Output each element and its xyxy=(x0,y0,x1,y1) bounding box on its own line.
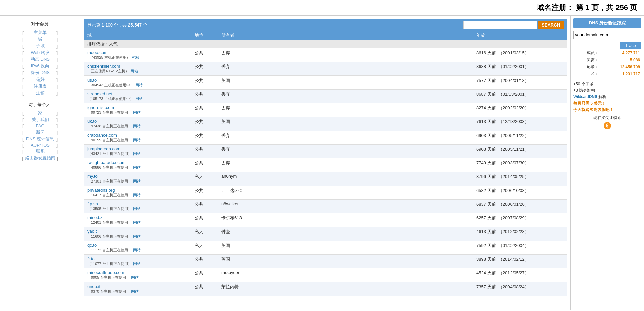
sidebar-item-register[interactable]: [ 注册表 ] xyxy=(0,83,80,90)
location-cell: 公共 xyxy=(195,119,221,125)
sidebar-link-home[interactable]: 家 xyxy=(25,110,55,116)
age-cell: 3898 天前 （2014/02/12） xyxy=(476,256,564,262)
domain-link[interactable]: strangled.net xyxy=(87,91,112,96)
owner-cell: 英国 xyxy=(221,256,476,262)
sidebar-item-web-forward[interactable]: [ Web 转发 ] xyxy=(0,49,80,56)
site-link[interactable]: 网站 xyxy=(133,138,141,142)
age-cell: 7577 天前 （2004/01/18） xyxy=(476,77,564,84)
owner-cell: 丢弃 xyxy=(221,133,476,139)
sidebar-item-main-menu[interactable]: [ 主菜单 ] xyxy=(0,29,80,36)
sidebar-link-contact[interactable]: 联系 xyxy=(25,148,55,154)
sidebar-link-dns-stats[interactable]: DNS 统计信息 xyxy=(25,136,55,142)
domain-link[interactable]: jumpingcrab.com xyxy=(87,146,120,151)
domain-link[interactable]: privatedns.org xyxy=(87,188,115,193)
sidebar-item-domain[interactable]: [ 域 ] xyxy=(0,36,80,43)
domain-sub: （99723 台主机正在使用）网站 xyxy=(87,110,195,115)
site-link[interactable]: 网站 xyxy=(133,110,141,114)
site-link[interactable]: 网站 xyxy=(131,55,139,59)
sidebar-link-about[interactable]: 关于我们 xyxy=(25,117,55,123)
sidebar-item-preference[interactable]: [ 偏好 ] xyxy=(0,76,80,83)
domain-link[interactable]: qc.to xyxy=(87,243,97,248)
domain-link[interactable]: my.to xyxy=(87,174,98,179)
sidebar-item-dns-stats[interactable]: [ DNS 统计信息 ] xyxy=(0,136,80,142)
col-header-owner: 所有者 xyxy=(221,32,476,38)
domain-link[interactable]: fr.to xyxy=(87,256,95,261)
promo-line[interactable]: 今天就购买高级版吧！ xyxy=(573,107,641,113)
search-input[interactable] xyxy=(463,21,537,29)
sidebar-item-dynamic-dns[interactable]: [ 动态 DNS ] xyxy=(0,56,80,63)
location-cell: 公共 xyxy=(195,215,221,221)
domain-link[interactable]: ignorelist.com xyxy=(87,105,114,110)
sidebar-item-about[interactable]: [ 关于我们 ] xyxy=(0,116,80,123)
promo-line[interactable]: 每月只需 5 美元！ xyxy=(573,100,641,107)
age-cell: 8688 天前 （01/02/2001） xyxy=(476,64,564,70)
sidebar-item-logout[interactable]: [ 注销 ] xyxy=(0,90,80,96)
site-link[interactable]: 网站 xyxy=(135,97,143,101)
sidebar-link-domain[interactable]: 域 xyxy=(25,36,55,42)
owner-cell: n8walker xyxy=(221,201,476,206)
site-link[interactable]: 网站 xyxy=(133,152,141,156)
domain-link[interactable]: minecraftnoob.com xyxy=(87,270,124,275)
owner-cell: 英国 xyxy=(221,119,476,125)
site-link[interactable]: 网站 xyxy=(130,69,138,73)
domain-link[interactable]: undo.it xyxy=(87,284,100,289)
site-link[interactable]: 网站 xyxy=(131,289,139,293)
domain-sub: （11077 台主机正在使用）网站 xyxy=(87,261,195,266)
domain-sub: （304543 主机正在使用中）网站 xyxy=(87,83,195,88)
sidebar-item-subdomain[interactable]: [ 子域 ] xyxy=(0,43,80,49)
sidebar-link-router-guide[interactable]: 路由器设置指南 xyxy=(25,155,55,161)
sidebar-item-backup-dns[interactable]: [ 备份 DNS ] xyxy=(0,69,80,76)
sidebar-link-faq[interactable]: FAQ xyxy=(25,123,55,128)
site-link[interactable]: 网站 xyxy=(135,83,143,87)
site-link[interactable]: 网站 xyxy=(133,165,141,169)
sidebar-item-home[interactable]: [ 家 ] xyxy=(0,110,80,116)
sidebar-item-faq[interactable]: [ FAQ ] xyxy=(0,123,80,129)
domain-link[interactable]: mine.bz xyxy=(87,215,103,220)
sidebar-link-news[interactable]: 新闻 xyxy=(25,129,55,135)
site-link[interactable]: 网站 xyxy=(133,262,141,266)
sidebar-item-ipv6[interactable]: [ IPv6 反向 ] xyxy=(0,63,80,69)
sidebar-link-web-forward[interactable]: Web 转发 xyxy=(25,50,55,56)
sidebar-link-ipv6[interactable]: IPv6 反向 xyxy=(25,63,55,69)
sidebar-link-main-menu[interactable]: 主菜单 xyxy=(25,30,55,36)
sidebar-item-aup[interactable]: [ AUP/TOS ] xyxy=(0,142,80,148)
sidebar-link-logout[interactable]: 注销 xyxy=(25,90,55,96)
sidebar-item-contact[interactable]: [ 联系 ] xyxy=(0,148,80,155)
site-link[interactable]: 网站 xyxy=(133,193,141,197)
domain-link[interactable]: mooo.com xyxy=(87,50,108,55)
domain-link[interactable]: chickenkiller.com xyxy=(87,64,120,69)
domain-link[interactable]: us.to xyxy=(87,77,97,83)
sidebar-item-news[interactable]: [ 新闻 ] xyxy=(0,129,80,136)
sidebar-link-subdomain[interactable]: 子域 xyxy=(25,43,55,49)
col-header-domain: 域 xyxy=(87,32,195,38)
owner-cell: 丢弃 xyxy=(221,64,476,70)
sidebar-link-aup[interactable]: AUP/TOS xyxy=(25,143,55,148)
domain-link[interactable]: crabdance.com xyxy=(87,133,117,138)
table-row: ignorelist.com （99723 台主机正在使用）网站 公共 丢弃 8… xyxy=(84,103,567,117)
site-link[interactable]: 网站 xyxy=(131,275,139,279)
domain-link[interactable]: ftp.sh xyxy=(87,201,98,206)
domain-link[interactable]: twilightparadox.com xyxy=(87,160,126,165)
domain-sub: （40886 台主机正在使用）网站 xyxy=(87,165,195,170)
stats-row: 成员： 4,277,711 xyxy=(573,49,641,56)
sidebar-link-register[interactable]: 注册表 xyxy=(25,83,55,89)
trace-button[interactable]: Trace xyxy=(620,42,641,49)
dns-domain-input[interactable] xyxy=(573,31,641,39)
domain-cell: qc.to （11172 台主机正在使用）网站 xyxy=(87,243,195,253)
owner-cell: 丢弃 xyxy=(221,50,476,56)
site-link[interactable]: 网站 xyxy=(133,220,141,224)
site-link[interactable]: 网站 xyxy=(133,124,141,128)
site-link[interactable]: 网站 xyxy=(133,234,141,238)
sidebar-link-dynamic-dns[interactable]: 动态 DNS xyxy=(25,56,55,62)
sidebar-item-router-guide[interactable]: [ 路由器设置指南 ] xyxy=(0,155,80,161)
site-link[interactable]: 网站 xyxy=(133,179,141,183)
table-row: chickenkiller.com （正在使用406212主机）网站 公共 丢弃… xyxy=(84,62,567,76)
sidebar-link-backup-dns[interactable]: 备份 DNS xyxy=(25,70,55,76)
site-link[interactable]: 网站 xyxy=(133,248,141,252)
domain-cell: us.to （304543 主机正在使用中）网站 xyxy=(87,77,195,88)
site-link[interactable]: 网站 xyxy=(133,207,141,211)
domain-link[interactable]: yao.cl xyxy=(87,229,99,234)
sidebar-link-preference[interactable]: 偏好 xyxy=(25,76,55,83)
domain-link[interactable]: uk.to xyxy=(87,119,97,124)
search-button[interactable]: SEARCH xyxy=(538,21,564,29)
